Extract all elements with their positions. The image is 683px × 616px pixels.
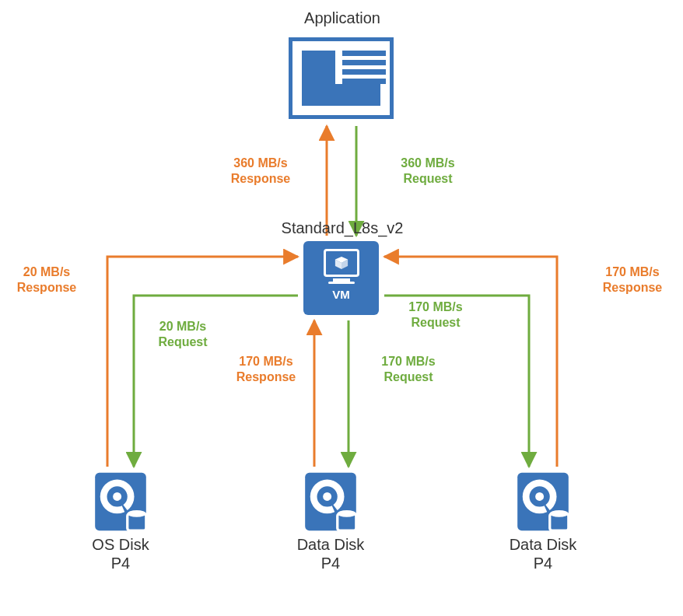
label-os-request: 20 MB/sRequest <box>148 319 218 350</box>
vm-name: Standard_L8s_v2 <box>276 219 408 237</box>
data-disk-2-icon <box>516 471 570 533</box>
data-disk-1-label: Data DiskP4 <box>288 535 373 572</box>
vm-icon: VM <box>303 241 379 315</box>
label-d1-response: 170 MB/sResponse <box>227 354 305 385</box>
label-d2-response: 170 MB/sResponse <box>594 264 671 296</box>
data-disk-2-label: Data DiskP4 <box>500 535 586 572</box>
application-title: Application <box>280 9 405 27</box>
vm-caption: VM <box>332 288 350 301</box>
label-app-request: 360 MB/sRequest <box>389 156 467 187</box>
label-d2-request: 170 MB/sRequest <box>397 299 475 331</box>
data-disk-1-icon <box>303 471 358 533</box>
label-d1-request: 170 MB/sRequest <box>370 354 447 385</box>
cube-icon <box>334 256 349 270</box>
os-disk-icon <box>93 471 148 533</box>
os-disk-label: OS DiskP4 <box>82 535 159 572</box>
label-os-response: 20 MB/sResponse <box>12 264 82 296</box>
application-icon <box>289 37 394 119</box>
label-app-response: 360 MB/sResponse <box>222 156 299 187</box>
